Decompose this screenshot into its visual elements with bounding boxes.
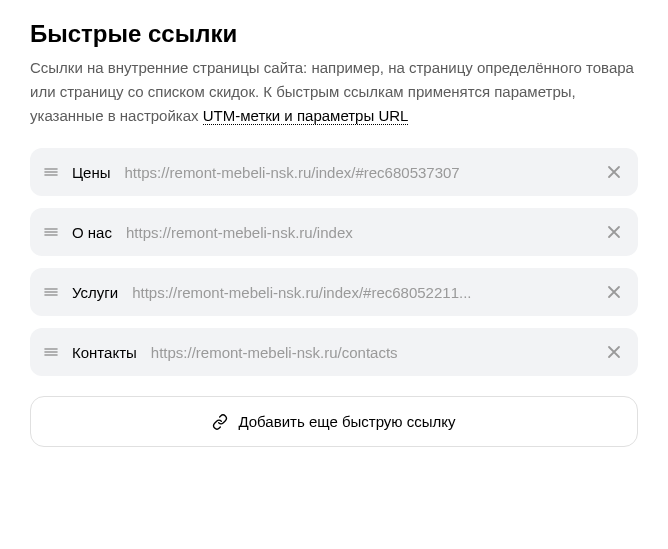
add-button-label: Добавить еще быструю ссылку	[238, 413, 455, 430]
quicklink-url[interactable]: https://remont-mebeli-nsk.ru/contacts	[151, 344, 590, 361]
link-icon	[212, 414, 228, 430]
utm-settings-link[interactable]: UTM-метки и параметры URL	[203, 107, 409, 125]
remove-quicklink-button[interactable]	[604, 162, 624, 182]
quicklink-item: О нас https://remont-mebeli-nsk.ru/index	[30, 208, 638, 256]
quicklinks-list: Цены https://remont-mebeli-nsk.ru/index/…	[30, 148, 638, 376]
close-icon	[606, 284, 622, 300]
quicklink-label[interactable]: Контакты	[72, 344, 137, 361]
drag-handle-icon[interactable]	[44, 225, 58, 239]
quicklink-url[interactable]: https://remont-mebeli-nsk.ru/index/#rec6…	[125, 164, 590, 181]
drag-handle-icon[interactable]	[44, 165, 58, 179]
remove-quicklink-button[interactable]	[604, 342, 624, 362]
close-icon	[606, 164, 622, 180]
drag-handle-icon[interactable]	[44, 345, 58, 359]
remove-quicklink-button[interactable]	[604, 222, 624, 242]
add-quicklink-button[interactable]: Добавить еще быструю ссылку	[30, 396, 638, 447]
quicklink-url[interactable]: https://remont-mebeli-nsk.ru/index/#rec6…	[132, 284, 590, 301]
close-icon	[606, 344, 622, 360]
close-icon	[606, 224, 622, 240]
quicklink-label[interactable]: О нас	[72, 224, 112, 241]
remove-quicklink-button[interactable]	[604, 282, 624, 302]
quicklink-item: Контакты https://remont-mebeli-nsk.ru/co…	[30, 328, 638, 376]
quicklink-item: Цены https://remont-mebeli-nsk.ru/index/…	[30, 148, 638, 196]
quicklink-item: Услуги https://remont-mebeli-nsk.ru/inde…	[30, 268, 638, 316]
quicklink-label[interactable]: Услуги	[72, 284, 118, 301]
drag-handle-icon[interactable]	[44, 285, 58, 299]
section-description: Ссылки на внутренние страницы сайта: нап…	[30, 56, 638, 128]
quicklink-url[interactable]: https://remont-mebeli-nsk.ru/index	[126, 224, 590, 241]
quicklink-label[interactable]: Цены	[72, 164, 111, 181]
section-heading: Быстрые ссылки	[30, 20, 638, 48]
